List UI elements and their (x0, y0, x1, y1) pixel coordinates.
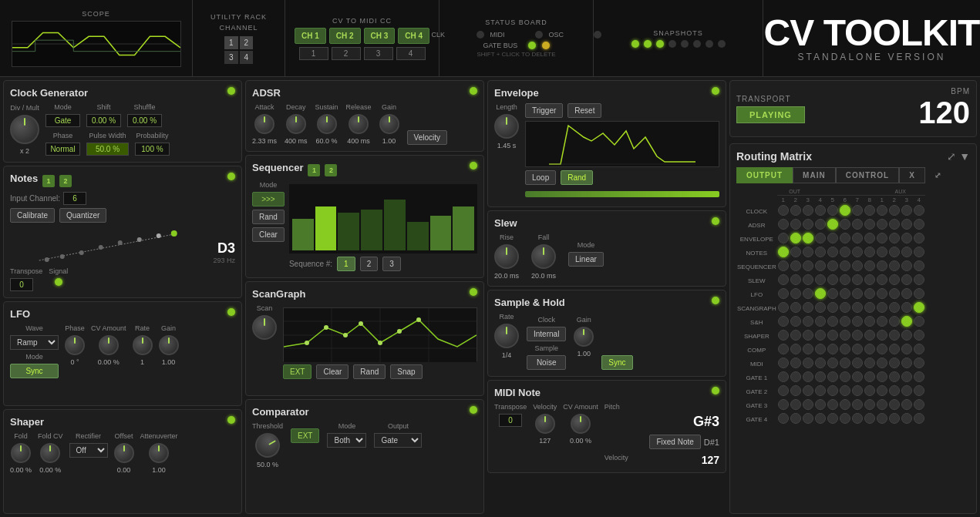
matrix-dot-gate3-col1[interactable] (790, 399, 801, 410)
matrix-dot-slew-col5[interactable] (840, 274, 850, 285)
matrix-dot-lfo-col2[interactable] (803, 288, 813, 299)
matrix-dot-gate3-col2[interactable] (803, 399, 813, 410)
snap-led-6[interactable] (693, 40, 701, 48)
seq-num-1[interactable]: 1 (337, 257, 355, 271)
matrix-dot-envelope-col4[interactable] (827, 233, 838, 243)
calibrate-btn[interactable]: Calibrate (10, 208, 55, 223)
matrix-dot-gate2-col9[interactable] (889, 385, 900, 396)
matrix-dot-comp-col6[interactable] (852, 344, 863, 354)
matrix-dot-comp-col7[interactable] (864, 344, 875, 354)
slew-fall-knob[interactable] (531, 244, 556, 269)
clock-pw-input[interactable] (86, 143, 129, 156)
matrix-dot-adsr-col11[interactable] (914, 219, 924, 230)
matrix-dot-slew-col10[interactable] (901, 274, 912, 285)
seq-clear-btn[interactable]: Clear (252, 227, 285, 242)
lfo-sync-btn[interactable]: Sync (10, 364, 59, 378)
seq-bar-6[interactable] (407, 222, 429, 250)
matrix-dot-gate1-col4[interactable] (827, 371, 838, 382)
scan-snap-btn[interactable]: Snap (390, 364, 422, 379)
sh-gain-knob[interactable] (574, 327, 594, 347)
tab-x[interactable]: X (899, 167, 925, 183)
adsr-attack-knob[interactable] (254, 114, 274, 134)
matrix-dot-shaper-col3[interactable] (815, 330, 826, 341)
env-loop-btn[interactable]: Loop (525, 170, 556, 185)
clock-shift-input[interactable] (86, 114, 121, 127)
matrix-dot-shaper-col6[interactable] (852, 330, 863, 341)
matrix-dot-sequencer-col6[interactable] (852, 260, 863, 271)
matrix-dot-adsr-col0[interactable] (778, 219, 789, 230)
matrix-dot-adsr-col3[interactable] (815, 219, 826, 230)
matrix-dot-midi-col0[interactable] (778, 358, 789, 368)
midi-transpose-input[interactable] (499, 414, 522, 427)
matrix-dot-notes-col7[interactable] (864, 247, 875, 257)
seq-mode-btn[interactable]: >>> (252, 192, 285, 206)
matrix-dot-notes-col6[interactable] (852, 247, 863, 257)
matrix-dot-sh-col5[interactable] (840, 316, 850, 327)
matrix-dot-comp-col4[interactable] (827, 344, 838, 354)
tab-expand[interactable]: ⤢ (925, 167, 951, 183)
sh-rate-knob[interactable] (494, 324, 519, 348)
cv-val-4[interactable]: 4 (396, 47, 426, 60)
matrix-dot-scangraph-col7[interactable] (864, 302, 875, 313)
snap-led-7[interactable] (706, 40, 713, 48)
tab-control[interactable]: CONTROL (836, 167, 899, 183)
matrix-dot-slew-col11[interactable] (914, 274, 924, 285)
matrix-dot-sequencer-col3[interactable] (815, 260, 826, 271)
matrix-dot-lfo-col7[interactable] (864, 288, 875, 299)
matrix-dot-lfo-col6[interactable] (852, 288, 863, 299)
lfo-gain-knob[interactable] (159, 335, 179, 355)
matrix-dot-gate1-col2[interactable] (803, 371, 813, 382)
matrix-dot-notes-col10[interactable] (901, 247, 912, 257)
matrix-dot-sequencer-col5[interactable] (840, 260, 850, 271)
matrix-dot-gate3-col7[interactable] (864, 399, 875, 410)
matrix-dot-slew-col0[interactable] (778, 274, 789, 285)
matrix-dot-gate4-col8[interactable] (877, 413, 887, 424)
sh-sync-btn[interactable]: Sync (601, 355, 632, 370)
adsr-velocity-btn[interactable]: Velocity (407, 130, 447, 145)
comp-mode-select[interactable]: Both Rise Fall (327, 433, 366, 448)
lfo-rate-knob[interactable] (133, 335, 153, 355)
matrix-dot-gate1-col7[interactable] (864, 371, 875, 382)
matrix-dot-gate2-col3[interactable] (815, 385, 826, 396)
matrix-dot-midi-col4[interactable] (827, 358, 838, 368)
midi-fixed-btn[interactable]: Fixed Note (649, 435, 700, 449)
matrix-dot-lfo-col1[interactable] (790, 288, 801, 299)
matrix-dot-gate4-col0[interactable] (778, 413, 789, 424)
adsr-gain-knob[interactable] (379, 114, 399, 134)
cv-val-1[interactable]: 1 (299, 47, 328, 60)
matrix-dot-gate3-col3[interactable] (815, 399, 826, 410)
matrix-dot-comp-col10[interactable] (901, 344, 912, 354)
matrix-dot-midi-col3[interactable] (815, 358, 826, 368)
matrix-dot-midi-col7[interactable] (864, 358, 875, 368)
matrix-dot-clock-col8[interactable] (877, 205, 887, 216)
matrix-dot-sh-col2[interactable] (803, 316, 813, 327)
matrix-dot-comp-col8[interactable] (877, 344, 887, 354)
matrix-dot-gate4-col3[interactable] (815, 413, 826, 424)
matrix-dot-shaper-col9[interactable] (889, 330, 900, 341)
matrix-dot-sh-col11[interactable] (914, 316, 924, 327)
matrix-dot-comp-col5[interactable] (840, 344, 850, 354)
matrix-dot-comp-col3[interactable] (815, 344, 826, 354)
matrix-dot-shaper-col8[interactable] (877, 330, 887, 341)
scan-clear-btn[interactable]: Clear (316, 364, 349, 379)
matrix-dot-slew-col6[interactable] (852, 274, 863, 285)
clock-shuffle-input[interactable] (127, 114, 162, 127)
matrix-dot-notes-col2[interactable] (803, 247, 813, 257)
matrix-dot-lfo-col0[interactable] (778, 288, 789, 299)
matrix-dot-comp-col0[interactable] (778, 344, 789, 354)
matrix-dot-sequencer-col0[interactable] (778, 260, 789, 271)
env-rand-btn[interactable]: Rand (561, 170, 593, 185)
matrix-dot-shaper-col5[interactable] (840, 330, 850, 341)
midi-cvamt-knob[interactable] (571, 414, 591, 434)
matrix-dot-sh-col6[interactable] (852, 316, 863, 327)
cv-val-2[interactable]: 2 (332, 47, 361, 60)
matrix-dot-shaper-col1[interactable] (790, 330, 801, 341)
comp-output-select[interactable]: Gate Trigger (374, 433, 422, 448)
playing-btn[interactable]: PLAYING (736, 106, 805, 123)
matrix-dot-scangraph-col11[interactable] (914, 302, 924, 313)
matrix-dot-gate3-col8[interactable] (877, 399, 887, 410)
matrix-dot-comp-col9[interactable] (889, 344, 900, 354)
matrix-dot-comp-col1[interactable] (790, 344, 801, 354)
matrix-dot-envelope-col11[interactable] (914, 233, 924, 243)
scan-ext-btn[interactable]: EXT (283, 364, 312, 379)
